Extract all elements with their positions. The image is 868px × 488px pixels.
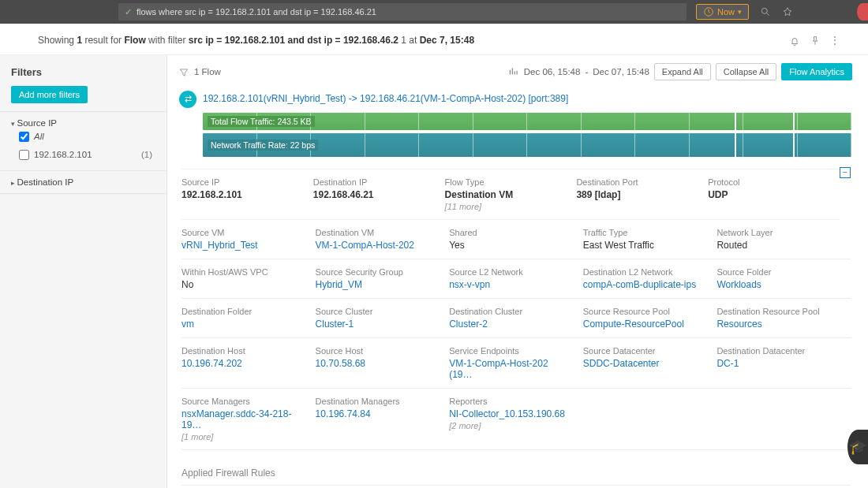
filter-group-destination-ip[interactable]: Destination IP: [11, 177, 155, 187]
search-input[interactable]: ✓ flows where src ip = 192.168.2.101 and…: [118, 3, 687, 20]
detail-cell: Destination VMVM-1-CompA-Host-202: [316, 228, 450, 251]
flow-title[interactable]: 192.168.2.101(vRNI_Hybrid_Test) -> 192.1…: [203, 91, 568, 104]
filter-label: All: [34, 132, 44, 141]
detail-cell: Destination Resource PoolResources: [716, 307, 851, 330]
detail-value[interactable]: Hybrid_VM: [316, 279, 440, 290]
detail-cell: Source Host10.70.58.68: [316, 346, 450, 380]
detail-cell: Source L2 Networknsx-v-vpn: [449, 267, 583, 290]
detail-label: Destination Host: [181, 346, 306, 356]
filter-checkbox[interactable]: [19, 132, 29, 142]
search-query-text: flows where src ip = 192.168.2.101 and d…: [137, 7, 376, 17]
detail-cell: Source Security GroupHybrid_VM: [316, 267, 450, 290]
detail-cell: Destination Port389 [ldap]: [576, 177, 708, 211]
collapse-icon[interactable]: −: [840, 167, 851, 178]
detail-cell: Source FolderWorkloads: [716, 267, 851, 290]
flow-analytics-button[interactable]: Flow Analytics: [781, 63, 852, 80]
detail-more[interactable]: [11 more]: [445, 202, 567, 211]
summary-time: Dec 7, 15:48: [420, 35, 474, 46]
detail-value[interactable]: Compute-ResourcePool: [583, 319, 708, 330]
topbar: ✓ flows where src ip = 192.168.2.101 and…: [0, 0, 868, 24]
detail-value[interactable]: Cluster-1: [316, 319, 440, 330]
rules-header: Rule: [503, 485, 636, 488]
detail-cell: Source ClusterCluster-1: [316, 307, 450, 330]
detail-cell: Destination IP192.168.46.21: [313, 177, 445, 211]
detail-value[interactable]: 10.196.74.84: [316, 408, 440, 419]
detail-cell: Destination Foldervm: [181, 307, 316, 330]
detail-value[interactable]: 10.196.74.202: [181, 358, 306, 369]
detail-label: Source Datacenter: [583, 346, 708, 356]
more-icon[interactable]: ⋮: [830, 35, 840, 47]
detail-value: 192.168.46.21: [313, 189, 436, 200]
detail-row: Source IP192.168.2.101Destination IP192.…: [181, 169, 840, 220]
add-filters-button[interactable]: Add more filters: [11, 86, 88, 103]
detail-value[interactable]: NI-Collector_10.153.190.68: [449, 408, 574, 419]
detail-cell: Flow TypeDestination VM[11 more]: [445, 177, 577, 211]
help-bubble[interactable]: 🎓: [847, 430, 868, 464]
detail-value[interactable]: vRNI_Hybrid_Test: [181, 240, 306, 251]
detail-value: Destination VM: [445, 189, 567, 200]
filter-item[interactable]: All: [11, 128, 155, 146]
summary-entity: Flow: [124, 35, 145, 46]
detail-cell: SharedYes: [449, 228, 583, 251]
detail-label: Shared: [449, 228, 574, 237]
detail-cell: Network LayerRouted: [716, 228, 851, 251]
detail-value[interactable]: 10.70.58.68: [316, 358, 440, 369]
detail-more[interactable]: [1 more]: [181, 432, 306, 441]
clock-icon: [703, 6, 714, 17]
detail-label: Destination Cluster: [449, 307, 574, 316]
detail-value[interactable]: Cluster-2: [449, 319, 574, 330]
detail-label: Source Managers: [181, 397, 306, 406]
filter-group-source-ip[interactable]: Source IP: [11, 118, 155, 128]
pin-icon[interactable]: [782, 6, 793, 18]
flow-details: − Source IP192.168.2.101Destination IP19…: [181, 168, 851, 488]
collapse-all-button[interactable]: Collapse All: [716, 63, 776, 80]
time-selector[interactable]: Now ▾: [696, 4, 749, 20]
detail-row: Destination Host10.196.74.202Source Host…: [181, 338, 851, 389]
detail-value[interactable]: VM-1-CompA-Host-202: [316, 240, 440, 251]
detail-value[interactable]: Workloads: [716, 279, 841, 290]
funnel-icon[interactable]: [178, 65, 189, 78]
detail-cell: Destination ClusterCluster-2: [449, 307, 583, 330]
filter-checkbox[interactable]: [19, 150, 29, 160]
traffic-rate-label: Network Traffic Rate: 22 bps: [208, 140, 318, 151]
detail-value[interactable]: VM-1-CompA-Host-202 (19…: [449, 358, 574, 380]
filter-label: 192.168.2.101: [34, 150, 92, 159]
detail-value[interactable]: nsx-v-vpn: [449, 279, 574, 290]
detail-value[interactable]: SDDC-Datacenter: [583, 358, 708, 369]
total-traffic-bar[interactable]: Total Flow Traffic: 243.5 KB: [203, 113, 851, 130]
total-traffic-label: Total Flow Traffic: 243.5 KB: [208, 116, 315, 127]
detail-value: 192.168.2.101: [181, 189, 304, 200]
detail-label: Destination Datacenter: [716, 346, 841, 356]
detail-value[interactable]: compA-comB-duplicate-ips: [583, 279, 708, 290]
detail-cell: Source ManagersnsxManager.sddc-34-218-19…: [181, 397, 316, 441]
content-area: 1 Flow Dec 06, 15:48 - Dec 07, 15:48 Exp…: [167, 55, 868, 488]
detail-cell: Service EndpointsVM-1-CompA-Host-202 (19…: [449, 346, 583, 380]
traffic-rate-bar[interactable]: Network Traffic Rate: 22 bps: [203, 133, 851, 157]
detail-value[interactable]: Resources: [716, 319, 841, 330]
detail-value[interactable]: nsxManager.sddc-34-218-19…: [181, 408, 306, 430]
filter-item[interactable]: 192.168.2.101(1): [11, 146, 155, 164]
summary-prefix: Showing: [38, 35, 77, 46]
content-header: 1 Flow Dec 06, 15:48 - Dec 07, 15:48 Exp…: [178, 61, 852, 87]
svg-point-1: [761, 9, 767, 14]
pin-icon[interactable]: [810, 35, 821, 47]
detail-cell: ReportersNI-Collector_10.153.190.68[2 mo…: [449, 397, 583, 441]
detail-value[interactable]: DC-1: [716, 358, 841, 369]
topbar-actions: [760, 6, 793, 18]
date-range[interactable]: Dec 06, 15:48 - Dec 07, 15:48: [508, 66, 649, 77]
detail-value[interactable]: vm: [181, 319, 306, 330]
detail-row: Destination FoldervmSource ClusterCluste…: [181, 299, 851, 338]
detail-label: Reporters: [449, 397, 574, 406]
detail-more[interactable]: [2 more]: [449, 421, 574, 430]
search-icon[interactable]: [760, 6, 771, 18]
bell-icon[interactable]: [789, 35, 800, 47]
expand-all-button[interactable]: Expand All: [654, 63, 711, 80]
alert-indicator[interactable]: [857, 3, 868, 20]
detail-label: Traffic Type: [583, 228, 708, 237]
detail-label: Within Host/AWS VPC: [181, 267, 306, 277]
detail-value: No: [181, 279, 306, 290]
detail-label: Network Layer: [716, 228, 841, 237]
detail-cell: Source IP192.168.2.101: [181, 177, 313, 211]
detail-value: Yes: [449, 240, 574, 251]
detail-cell: [716, 397, 851, 441]
